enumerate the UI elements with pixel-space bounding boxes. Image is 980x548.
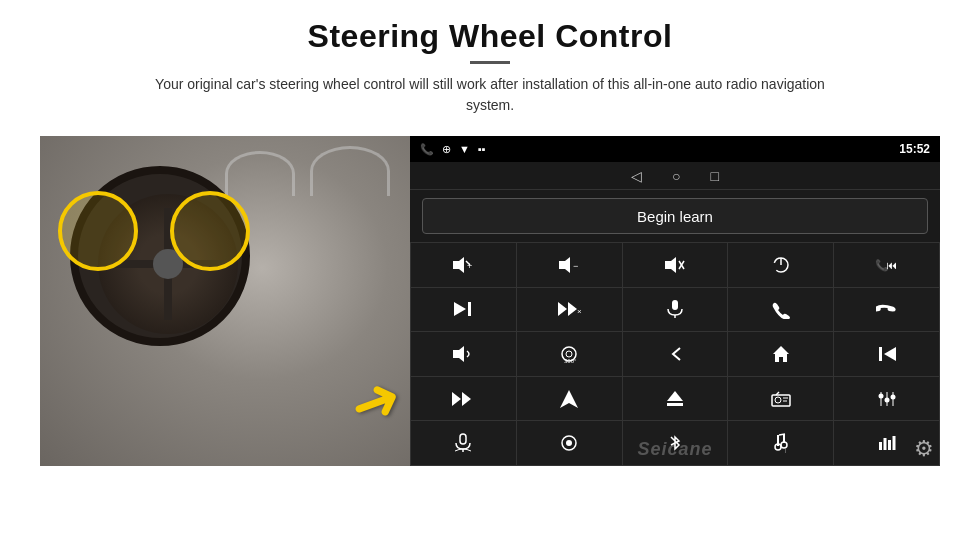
bluetooth-button[interactable] <box>623 421 728 465</box>
clock: 15:52 <box>899 142 930 156</box>
highlight-circle-right <box>170 191 250 271</box>
control-grid: + − 📞⏮ × <box>410 242 940 466</box>
steering-bg: ➜ <box>40 136 410 466</box>
mic2-button[interactable] <box>411 421 516 465</box>
svg-rect-32 <box>667 403 683 406</box>
speaker-button[interactable] <box>411 332 516 376</box>
gauge-right <box>225 151 295 196</box>
eq-button[interactable] <box>834 377 939 421</box>
subtitle: Your original car's steering wheel contr… <box>150 74 830 116</box>
android-ui: 📞 ⊕ ▼ ▪▪ 15:52 ◁ ○ □ Begin learn <box>410 136 940 466</box>
svg-text:×: × <box>577 307 581 316</box>
svg-rect-54 <box>883 438 886 450</box>
svg-marker-15 <box>558 302 567 316</box>
svg-rect-43 <box>460 434 466 444</box>
svg-marker-25 <box>773 346 789 362</box>
svg-marker-0 <box>453 257 464 273</box>
svg-rect-55 <box>888 440 891 450</box>
phone-prev-button[interactable]: 📞⏮ <box>834 243 939 287</box>
ff-button[interactable] <box>411 377 516 421</box>
back-nav-icon[interactable]: ◁ <box>631 168 642 184</box>
home-button[interactable] <box>728 332 833 376</box>
svg-marker-27 <box>884 347 896 361</box>
svg-marker-21 <box>453 346 464 362</box>
music-button[interactable]: ♩ <box>728 421 833 465</box>
svg-marker-16 <box>568 302 577 316</box>
home-circle-icon[interactable]: ○ <box>672 168 680 184</box>
svg-point-42 <box>890 394 895 399</box>
page-title: Steering Wheel Control <box>150 18 830 55</box>
begin-learn-button[interactable]: Begin learn <box>422 198 928 234</box>
gauge-left <box>310 146 390 196</box>
svg-rect-53 <box>879 442 882 450</box>
eject-button[interactable] <box>623 377 728 421</box>
svg-rect-56 <box>892 436 895 450</box>
phone-icon: 📞 <box>420 143 434 156</box>
radio-button[interactable] <box>728 377 833 421</box>
title-section: Steering Wheel Control Your original car… <box>150 18 830 130</box>
svg-text:−: − <box>573 261 578 271</box>
svg-point-46 <box>566 440 572 446</box>
highlight-circle-left <box>58 191 138 271</box>
status-right: 15:52 <box>899 142 930 156</box>
page-container: Steering Wheel Control Your original car… <box>0 0 980 548</box>
yellow-arrow: ➜ <box>340 360 410 443</box>
power-button[interactable] <box>728 243 833 287</box>
phone-answer-button[interactable] <box>728 288 833 332</box>
svg-text:⏮: ⏮ <box>886 259 897 271</box>
svg-rect-26 <box>879 347 882 361</box>
svg-text:360°: 360° <box>564 358 577 364</box>
svg-marker-4 <box>559 257 570 273</box>
steering-wheel-image: ➜ <box>40 136 410 466</box>
title-divider <box>470 61 510 64</box>
svg-marker-29 <box>462 392 471 406</box>
svg-point-40 <box>878 393 883 398</box>
svg-point-23 <box>566 351 572 357</box>
content-row: ➜ 📞 ⊕ ▼ ▪▪ 15:52 ◁ ○ □ <box>40 136 940 466</box>
svg-marker-6 <box>665 257 676 273</box>
svg-line-49 <box>779 434 785 435</box>
svg-marker-30 <box>560 390 578 408</box>
back-button[interactable] <box>623 332 728 376</box>
microphone-button[interactable] <box>623 288 728 332</box>
settings-knob-button[interactable] <box>517 421 622 465</box>
nav-bar: ◁ ○ □ <box>410 162 940 190</box>
wifi-icon: ▼ <box>459 143 470 155</box>
fast-skip-button[interactable]: × <box>517 288 622 332</box>
svg-rect-19 <box>672 300 678 310</box>
svg-point-34 <box>775 397 781 403</box>
hang-up-button[interactable] <box>834 288 939 332</box>
location-icon: ⊕ <box>442 143 451 156</box>
navigate-button[interactable] <box>517 377 622 421</box>
status-bar: 📞 ⊕ ▼ ▪▪ 15:52 <box>410 136 940 162</box>
svg-point-41 <box>884 397 889 402</box>
camera-360-button[interactable]: 360° <box>517 332 622 376</box>
next-track-button[interactable] <box>411 288 516 332</box>
status-left: 📞 ⊕ ▼ ▪▪ <box>420 143 486 156</box>
svg-marker-28 <box>452 392 461 406</box>
svg-rect-14 <box>468 302 471 316</box>
recents-icon[interactable]: □ <box>711 168 719 184</box>
gear-icon[interactable]: ⚙ <box>914 436 934 462</box>
svg-text:♩: ♩ <box>783 448 786 453</box>
mute-button[interactable] <box>623 243 728 287</box>
svg-text:+: + <box>467 261 472 271</box>
begin-learn-row: Begin learn <box>410 190 940 242</box>
skip-back-button[interactable] <box>834 332 939 376</box>
volume-up-button[interactable]: + <box>411 243 516 287</box>
svg-marker-31 <box>667 391 683 401</box>
battery-icon: ▪▪ <box>478 143 486 155</box>
volume-down-button[interactable]: − <box>517 243 622 287</box>
svg-marker-13 <box>454 302 466 316</box>
